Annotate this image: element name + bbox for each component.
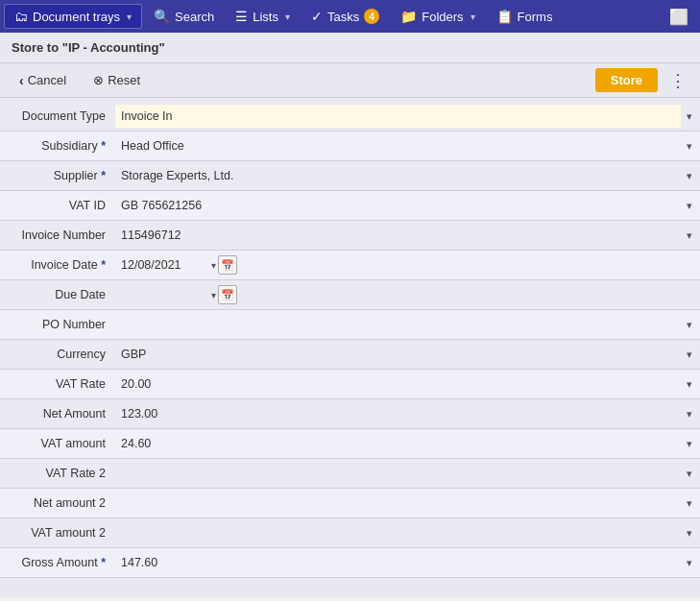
control-wrap-vat-rate: ▾	[115, 373, 700, 396]
form-row-invoice-number: Invoice Number▾	[0, 221, 700, 251]
store-button[interactable]: Store	[595, 68, 658, 92]
form-row-po-number: PO Number▾	[0, 310, 700, 340]
folders-icon: 📁	[400, 9, 417, 24]
input-supplier[interactable]	[115, 164, 681, 187]
label-invoice-number: Invoice Number	[0, 228, 115, 242]
arrow-folders: ▾	[471, 12, 475, 22]
search-icon: 🔍	[154, 9, 170, 24]
topbar-item-folders[interactable]: 📁Folders▾	[391, 5, 484, 28]
form-row-vat-rate: VAT Rate▾	[0, 370, 700, 399]
input-vat-id[interactable]	[115, 194, 681, 217]
dropdown-arrow-subsidiary[interactable]: ▾	[681, 140, 698, 153]
form-row-gross-amount: Gross Amount *▾	[0, 548, 700, 578]
form-row-supplier: Supplier *▾	[0, 161, 700, 191]
topbar-item-tasks[interactable]: ✓Tasks4	[302, 5, 389, 28]
more-options-button[interactable]: ⋮	[665, 70, 690, 91]
input-vat-amount-2[interactable]	[115, 521, 681, 544]
cancel-label: Cancel	[28, 73, 66, 87]
date-dropdown-arrow-invoice-date[interactable]: ▾	[211, 260, 216, 271]
form-row-net-amount-2: Net amount 2▾	[0, 489, 700, 518]
document-trays-icon: 🗂	[14, 9, 28, 24]
form-row-net-amount: Net Amount▾	[0, 399, 700, 429]
input-due-date[interactable]	[115, 283, 211, 306]
topbar-item-search[interactable]: 🔍Search	[144, 5, 224, 28]
label-subsidiary: Subsidiary *	[0, 139, 115, 153]
control-wrap-vat-amount-2: ▾	[115, 521, 700, 544]
dropdown-arrow-vat-amount-2[interactable]: ▾	[681, 527, 698, 540]
topbar-label-lists: Lists	[253, 10, 278, 24]
control-wrap-due-date: ▾📅	[115, 283, 700, 306]
dropdown-arrow-vat-id[interactable]: ▾	[681, 200, 698, 212]
input-currency[interactable]	[115, 343, 681, 366]
tasks-icon: ✓	[311, 9, 323, 24]
cancel-icon: ‹	[19, 73, 24, 88]
label-supplier: Supplier *	[0, 169, 115, 182]
required-marker-supplier: *	[101, 169, 106, 182]
label-vat-id: VAT ID	[0, 199, 115, 212]
input-document-type[interactable]	[115, 105, 681, 128]
required-marker-subsidiary: *	[101, 139, 106, 153]
topbar-label-folders: Folders	[422, 10, 463, 24]
form-row-vat-amount-2: VAT amount 2▾	[0, 518, 700, 548]
label-currency: Currency	[0, 348, 115, 361]
dropdown-arrow-vat-rate-2[interactable]: ▾	[681, 468, 698, 480]
dropdown-arrow-vat-amount[interactable]: ▾	[681, 438, 698, 450]
input-vat-amount[interactable]	[115, 432, 681, 455]
label-po-number: PO Number	[0, 318, 115, 331]
control-wrap-vat-amount: ▾	[115, 432, 700, 455]
reset-label: Reset	[108, 73, 140, 87]
dropdown-arrow-invoice-number[interactable]: ▾	[681, 229, 698, 242]
input-gross-amount[interactable]	[115, 551, 681, 574]
label-gross-amount: Gross Amount *	[0, 556, 115, 569]
input-net-amount-2[interactable]	[115, 492, 681, 515]
dropdown-arrow-supplier[interactable]: ▾	[681, 170, 698, 182]
cancel-button[interactable]: ‹ Cancel	[10, 69, 76, 92]
input-invoice-date[interactable]	[115, 253, 211, 276]
dropdown-arrow-net-amount[interactable]: ▾	[681, 408, 698, 421]
screen-icon[interactable]: ⬜	[662, 4, 696, 30]
topbar-label-document-trays: Document trays	[33, 10, 120, 24]
subheader-text: Store to "IP - Accounting"	[12, 40, 165, 55]
reset-button[interactable]: ⊗ Reset	[84, 69, 150, 91]
date-wrap-invoice-date: ▾📅	[115, 253, 698, 276]
topbar: 🗂Document trays▾🔍Search☰Lists▾✓Tasks4📁Fo…	[0, 0, 700, 33]
dropdown-arrow-gross-amount[interactable]: ▾	[681, 557, 698, 569]
control-wrap-net-amount: ▾	[115, 402, 700, 425]
input-vat-rate[interactable]	[115, 373, 681, 396]
form-row-vat-amount: VAT amount▾	[0, 429, 700, 459]
date-dropdown-arrow-due-date[interactable]: ▾	[211, 290, 216, 300]
topbar-item-lists[interactable]: ☰Lists▾	[226, 5, 300, 28]
dropdown-arrow-vat-rate[interactable]: ▾	[681, 378, 698, 391]
input-invoice-number[interactable]	[115, 224, 681, 247]
form-area: Document Type▾Subsidiary *▾Supplier *▾VA…	[0, 98, 700, 597]
input-vat-rate-2[interactable]	[115, 462, 681, 485]
subheader: Store to "IP - Accounting"	[0, 33, 700, 63]
label-net-amount-2: Net amount 2	[0, 496, 115, 510]
toolbar: ‹ Cancel ⊗ Reset Store ⋮	[0, 63, 700, 98]
calendar-icon-invoice-date[interactable]: 📅	[218, 255, 237, 275]
topbar-label-forms: Forms	[518, 10, 553, 24]
control-wrap-net-amount-2: ▾	[115, 492, 700, 515]
label-vat-rate: VAT Rate	[0, 377, 115, 391]
calendar-icon-due-date[interactable]: 📅	[218, 285, 237, 304]
topbar-item-document-trays[interactable]: 🗂Document trays▾	[4, 4, 142, 29]
control-wrap-gross-amount: ▾	[115, 551, 700, 574]
topbar-label-tasks: Tasks	[327, 10, 359, 24]
dropdown-arrow-currency[interactable]: ▾	[681, 349, 698, 361]
input-net-amount[interactable]	[115, 402, 681, 425]
topbar-item-forms[interactable]: 📋Forms	[487, 5, 563, 28]
control-wrap-currency: ▾	[115, 343, 700, 366]
control-wrap-vat-rate-2: ▾	[115, 462, 700, 485]
arrow-lists: ▾	[285, 12, 290, 22]
form-row-currency: Currency▾	[0, 340, 700, 370]
arrow-document-trays: ▾	[127, 12, 132, 22]
dropdown-arrow-net-amount-2[interactable]: ▾	[681, 497, 698, 510]
dropdown-arrow-document-type[interactable]: ▾	[681, 110, 698, 123]
dropdown-arrow-po-number[interactable]: ▾	[681, 319, 698, 331]
input-po-number[interactable]	[115, 313, 681, 336]
label-net-amount: Net Amount	[0, 407, 115, 421]
label-invoice-date: Invoice Date *	[0, 258, 115, 272]
input-subsidiary[interactable]	[115, 134, 681, 157]
label-vat-amount: VAT amount	[0, 437, 115, 450]
form-row-due-date: Due Date▾📅	[0, 280, 700, 310]
